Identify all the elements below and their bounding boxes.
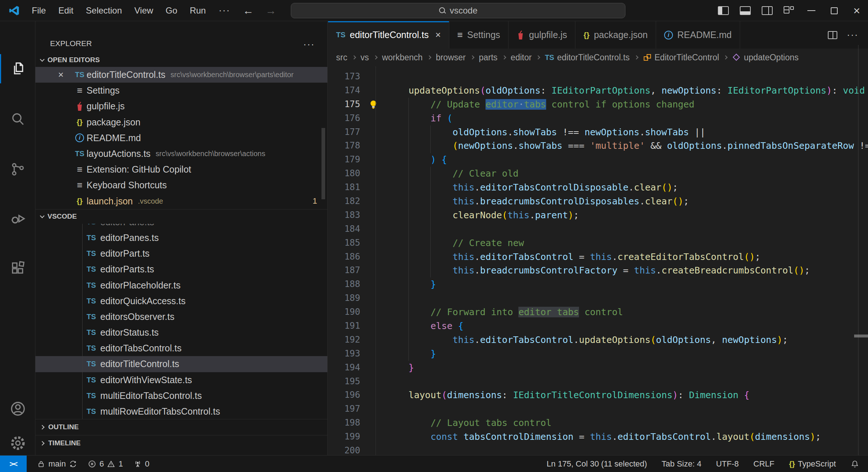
- tree-item-editorPanes.ts[interactable]: TSeditorPanes.ts: [35, 230, 327, 246]
- maximize-button[interactable]: [823, 0, 845, 21]
- code-line-195[interactable]: 195: [328, 375, 868, 389]
- status-eol[interactable]: CRLF: [753, 459, 774, 469]
- code-line-181[interactable]: 181 this.editorTabsControlDisposable.cle…: [328, 181, 868, 195]
- close-icon[interactable]: ×: [435, 29, 441, 41]
- code-line-175[interactable]: 175 // Update editor·tabs control if opt…: [328, 98, 868, 112]
- customize-layout-icon[interactable]: [784, 6, 795, 15]
- close-icon[interactable]: ×: [58, 69, 73, 80]
- code-line-178[interactable]: 178 (newOptions.showTabs === 'multiple' …: [328, 139, 868, 153]
- outline-section-header[interactable]: OUTLINE: [35, 419, 327, 435]
- go-forward-button[interactable]: →: [259, 4, 282, 17]
- menu-overflow-button[interactable]: ···: [212, 5, 237, 16]
- command-center-search[interactable]: vscode: [291, 3, 625, 18]
- timeline-section-header[interactable]: TIMELINE: [35, 435, 327, 451]
- code-line-177[interactable]: 177 oldOptions.showTabs !== newOptions.s…: [328, 125, 868, 139]
- split-editor-icon[interactable]: [828, 31, 837, 39]
- code-line-179[interactable]: 179 ) {: [328, 153, 868, 167]
- menu-selection[interactable]: Selection: [80, 5, 128, 16]
- breadcrumb-editor[interactable]: editor: [511, 53, 532, 63]
- tree-item-editorQuickAccess.ts[interactable]: TSeditorQuickAccess.ts: [35, 293, 327, 309]
- breadcrumb-editorTitleControl.ts[interactable]: TSeditorTitleControl.ts: [545, 53, 629, 63]
- code-line-185[interactable]: 185 // Create new: [328, 236, 868, 250]
- tree-item-editorTabsControl.ts[interactable]: TSeditorTabsControl.ts: [35, 340, 327, 356]
- tree-item-editorStatus.ts[interactable]: TSeditorStatus.ts: [35, 325, 327, 340]
- code-line-199[interactable]: 199 const tabsControlDimension = this.ed…: [328, 430, 868, 444]
- open-editor-package.json[interactable]: {}package.json: [35, 114, 327, 130]
- editor-scrollbar-track[interactable]: [858, 45, 859, 455]
- search-sidebar-icon[interactable]: [0, 102, 35, 137]
- code-line-174[interactable]: 174 updateOptions(oldOptions: IEditorPar…: [328, 84, 868, 98]
- breadcrumb-src[interactable]: src: [336, 53, 347, 63]
- breadcrumb-browser[interactable]: browser: [436, 53, 466, 63]
- code-line-183[interactable]: 183 clearNode(this.parent);: [328, 208, 868, 222]
- code-line-186[interactable]: 186 this.editorTabsControl = this.create…: [328, 250, 868, 264]
- open-editor-editorTitleControl.ts[interactable]: ×TSeditorTitleControl.tssrc\vs\workbench…: [35, 67, 327, 83]
- explorer-icon[interactable]: [0, 51, 35, 86]
- code-line-191[interactable]: 191 else {: [328, 319, 868, 333]
- tree-item-editorPane.ts[interactable]: TSeditorPane.ts: [35, 224, 327, 230]
- tree-item-editorTitleControl.ts[interactable]: TSeditorTitleControl.ts: [35, 356, 327, 372]
- tab-editorTitleControl.ts[interactable]: TSeditorTitleControl.ts×: [328, 21, 449, 49]
- code-line-198[interactable]: 198 // Layout tabs control: [328, 416, 868, 430]
- code-line-192[interactable]: 192 this.editorTabsControl.updateOptions…: [328, 333, 868, 347]
- code-line-196[interactable]: 196 layout(dimensions: IEditorTitleContr…: [328, 388, 868, 402]
- minimize-button[interactable]: [800, 0, 823, 21]
- tree-item-editorParts.ts[interactable]: TSeditorParts.ts: [35, 261, 327, 277]
- run-and-debug-icon[interactable]: [0, 201, 35, 236]
- breadcrumb-EditorTitleControl[interactable]: EditorTitleControl: [643, 53, 719, 63]
- tab-README.md[interactable]: iREADME.md: [656, 21, 740, 49]
- branch-status[interactable]: main: [37, 459, 78, 469]
- code-line-173[interactable]: 173: [328, 70, 868, 84]
- tree-item-multiRowEditorTabsControl.ts[interactable]: TSmultiRowEditorTabsControl.ts: [35, 404, 327, 419]
- toggle-panel-icon[interactable]: [740, 6, 751, 15]
- code-line-182[interactable]: 182 this.breadcrumbsControlDisposables.c…: [328, 195, 868, 208]
- tree-item-multiEditorTabsControl.ts[interactable]: TSmultiEditorTabsControl.ts: [35, 388, 327, 404]
- code-line-187[interactable]: 187 this.breadcrumbsControlFactory = thi…: [328, 264, 868, 277]
- code-line-184[interactable]: 184: [328, 222, 868, 236]
- menu-run[interactable]: Run: [183, 5, 212, 16]
- source-control-icon[interactable]: [0, 152, 35, 187]
- toggle-secondary-sidebar-icon[interactable]: [762, 6, 773, 15]
- code-line-188[interactable]: 188 }: [328, 277, 868, 291]
- ports-status[interactable]: 0: [133, 459, 149, 469]
- go-back-button[interactable]: ←: [237, 4, 259, 17]
- code-editor[interactable]: 173174 updateOptions(oldOptions: IEditor…: [328, 66, 868, 455]
- tree-item-editorPart.ts[interactable]: TSeditorPart.ts: [35, 246, 327, 261]
- open-editor-README.md[interactable]: iREADME.md: [35, 130, 327, 146]
- open-editor-Keyboard Shortcuts[interactable]: ≡Keyboard Shortcuts: [35, 177, 327, 193]
- code-line-200[interactable]: 200: [328, 444, 868, 455]
- problems-status[interactable]: 6 1: [88, 459, 123, 469]
- breadcrumb-parts[interactable]: parts: [479, 53, 498, 63]
- accounts-icon[interactable]: [0, 391, 35, 426]
- menu-edit[interactable]: Edit: [52, 5, 80, 16]
- code-line-194[interactable]: 194 }: [328, 361, 868, 375]
- status-tab-size[interactable]: Tab Size: 4: [662, 459, 701, 469]
- open-editor-layoutActions.ts[interactable]: TSlayoutActions.tssrc\vs\workbench\brows…: [35, 146, 327, 162]
- open-editors-header[interactable]: OPEN EDITORS: [35, 53, 327, 67]
- toggle-primary-sidebar-icon[interactable]: [718, 6, 729, 15]
- breadcrumb-updateOptions[interactable]: updateOptions: [732, 53, 799, 63]
- tree-item-editorWithViewState.ts[interactable]: TSeditorWithViewState.ts: [35, 372, 327, 388]
- menu-view[interactable]: View: [128, 5, 160, 16]
- tree-item-editorsObserver.ts[interactable]: TSeditorsObserver.ts: [35, 309, 327, 325]
- open-editor-launch.json[interactable]: {}launch.json.vscode1: [35, 193, 327, 209]
- open-editor-Settings[interactable]: ≡Settings: [35, 83, 327, 98]
- menu-file[interactable]: File: [26, 5, 52, 16]
- tab-gulpfile.js[interactable]: gulpfile.js: [509, 21, 575, 49]
- code-line-176[interactable]: 176 if (: [328, 112, 868, 125]
- code-line-197[interactable]: 197: [328, 402, 868, 416]
- status-encoding[interactable]: UTF-8: [716, 459, 739, 469]
- tab-package.json[interactable]: {}package.json: [575, 21, 656, 49]
- lightbulb-icon[interactable]: [360, 98, 387, 112]
- status-cursor-position[interactable]: Ln 175, Col 30 (11 selected): [547, 459, 647, 469]
- extensions-icon[interactable]: [0, 251, 35, 286]
- breadcrumb-vs[interactable]: vs: [361, 53, 369, 63]
- code-line-193[interactable]: 193 }: [328, 347, 868, 361]
- more-actions-icon[interactable]: ···: [847, 29, 859, 41]
- code-line-180[interactable]: 180 // Clear old: [328, 167, 868, 181]
- code-line-189[interactable]: 189: [328, 291, 868, 305]
- close-button[interactable]: ×: [845, 0, 868, 21]
- workspace-section-header[interactable]: VSCODE: [35, 209, 327, 224]
- sidebar-scrollbar[interactable]: [321, 128, 325, 199]
- tree-item-editorPlaceholder.ts[interactable]: TSeditorPlaceholder.ts: [35, 277, 327, 293]
